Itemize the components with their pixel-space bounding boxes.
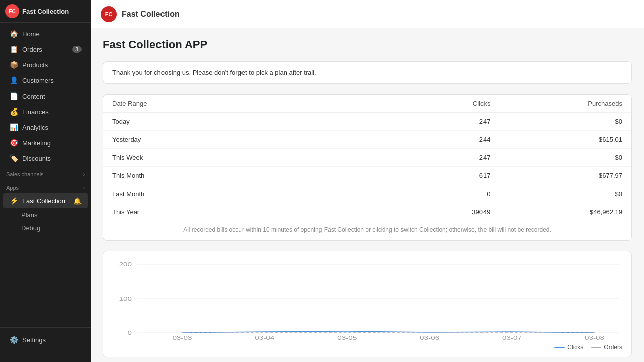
products-icon: 📦 — [9, 61, 18, 69]
app-logo: FC — [101, 6, 117, 22]
settings-icon: ⚙️ — [9, 336, 18, 344]
legend-clicks: Clicks — [554, 344, 583, 351]
sidebar-item-settings[interactable]: ⚙️ Settings — [3, 332, 88, 347]
orders-icon: 📋 — [9, 45, 18, 53]
orders-legend-label: Orders — [604, 344, 622, 351]
sidebar-subitem-debug[interactable]: Debug — [3, 222, 88, 234]
svg-text:0: 0 — [127, 330, 132, 336]
content-icon: 📄 — [9, 92, 18, 100]
cell-clicks: 247 — [367, 113, 500, 131]
table-row: Today 247 $0 — [103, 113, 631, 131]
svg-text:100: 100 — [119, 296, 131, 302]
col-header-clicks: Clicks — [367, 95, 500, 113]
sidebar: FC Fast Collection 🏠 Home 📋 Orders 3 📦 P… — [0, 0, 91, 362]
cell-purchased: $677.97 — [500, 167, 632, 185]
cell-clicks: 244 — [367, 131, 500, 149]
chart-card: 200 100 0 03-03 03-04 03-05 03-06 03-07 … — [103, 251, 632, 357]
legend-orders: Orders — [591, 344, 622, 351]
svg-text:03-06: 03-06 — [420, 335, 439, 340]
cell-purchased: $46,962.19 — [500, 203, 632, 221]
analytics-icon: 📊 — [9, 123, 18, 131]
cell-date: This Year — [103, 203, 367, 221]
col-header-purchased: Purchaseds — [500, 95, 632, 113]
sidebar-footer: ⚙️ Settings — [0, 327, 91, 352]
sidebar-item-marketing[interactable]: 🎯 Marketing — [3, 135, 88, 150]
col-header-date: Date Range — [103, 95, 367, 113]
cell-purchased: $615.01 — [500, 131, 632, 149]
clicks-legend-label: Clicks — [567, 344, 583, 351]
sidebar-item-customers[interactable]: 👤 Customers — [3, 73, 88, 88]
notice-card: Thank you for choosing us. Please don't … — [103, 61, 632, 84]
sidebar-item-discounts[interactable]: 🏷️ Discounts — [3, 151, 88, 166]
svg-text:03-03: 03-03 — [172, 335, 192, 340]
marketing-icon: 🎯 — [9, 139, 18, 147]
badge-orders: 3 — [72, 46, 82, 53]
table-row: Yesterday 244 $615.01 — [103, 131, 631, 149]
main-content: FC Fast Collection Fast Collection APP T… — [91, 0, 644, 362]
stats-table: Date Range Clicks Purchaseds Today 247 $… — [103, 95, 631, 221]
fast-collection-icon: ⚡ — [9, 197, 18, 205]
table-note: All recorded bills occur within 10 minut… — [103, 221, 631, 240]
table-row: Last Month 0 $0 — [103, 185, 631, 203]
svg-text:03-04: 03-04 — [255, 335, 274, 340]
sidebar-item-finances[interactable]: 💰 Finances — [3, 104, 88, 119]
topbar-title: Fast Collection — [122, 10, 180, 19]
cell-clicks: 617 — [367, 167, 500, 185]
sidebar-item-fast-collection[interactable]: ⚡ Fast Collection 🔔 — [3, 193, 88, 208]
sidebar-label-home: Home — [22, 30, 40, 38]
cell-date: Yesterday — [103, 131, 367, 149]
apps-section[interactable]: Apps › — [0, 179, 91, 193]
cell-clicks: 0 — [367, 185, 500, 203]
svg-text:200: 200 — [119, 261, 131, 267]
sidebar-label-content: Content — [22, 93, 45, 100]
sidebar-item-orders[interactable]: 📋 Orders 3 — [3, 42, 88, 57]
orders-legend-line — [591, 347, 601, 348]
cell-clicks: 247 — [367, 149, 500, 167]
svg-text:03-07: 03-07 — [502, 335, 522, 340]
discounts-icon: 🏷️ — [9, 154, 18, 162]
sidebar-label-orders: Orders — [22, 46, 42, 53]
sidebar-item-home[interactable]: 🏠 Home — [3, 26, 88, 41]
cell-purchased: $0 — [500, 185, 632, 203]
svg-text:03-05: 03-05 — [337, 335, 357, 340]
sidebar-label-products: Products — [22, 61, 48, 69]
sidebar-label-analytics: Analytics — [22, 124, 48, 131]
sidebar-label-customers: Customers — [22, 77, 54, 84]
cell-date: This Month — [103, 167, 367, 185]
sidebar-item-analytics[interactable]: 📊 Analytics — [3, 120, 88, 135]
cell-purchased: $0 — [500, 149, 632, 167]
cell-clicks: 39049 — [367, 203, 500, 221]
svg-text:03-08: 03-08 — [585, 335, 604, 340]
cell-purchased: $0 — [500, 113, 632, 131]
cell-date: This Week — [103, 149, 367, 167]
cell-date: Last Month — [103, 185, 367, 203]
page-title: Fast Collection APP — [103, 38, 632, 51]
sidebar-item-products[interactable]: 📦 Products — [3, 57, 88, 72]
store-icon: FC — [5, 4, 19, 18]
customers-icon: 👤 — [9, 76, 18, 84]
cell-date: Today — [103, 113, 367, 131]
chevron-right-icon: › — [83, 172, 85, 177]
sales-channels-section[interactable]: Sales channels › — [0, 166, 91, 179]
sidebar-subitem-plans[interactable]: Plans — [3, 209, 88, 221]
sidebar-label-discounts: Discounts — [22, 155, 51, 162]
sidebar-label-finances: Finances — [22, 108, 49, 116]
table-row: This Month 617 $677.97 — [103, 167, 631, 185]
chart-area: 200 100 0 03-03 03-04 03-05 03-06 03-07 … — [112, 259, 622, 340]
table-row: This Week 247 $0 — [103, 149, 631, 167]
chart-svg: 200 100 0 03-03 03-04 03-05 03-06 03-07 … — [112, 259, 622, 340]
sidebar-nav: 🏠 Home 📋 Orders 3 📦 Products 👤 Customers… — [0, 23, 91, 327]
notice-text: Thank you for choosing us. Please don't … — [103, 62, 631, 83]
chart-legend: Clicks Orders — [112, 344, 622, 351]
bell-icon: 🔔 — [73, 197, 82, 205]
finances-icon: 💰 — [9, 108, 18, 116]
table-row: This Year 39049 $46,962.19 — [103, 203, 631, 221]
chevron-right-icon: › — [83, 185, 85, 191]
store-name: Fast Collection — [22, 8, 69, 15]
sidebar-item-content[interactable]: 📄 Content — [3, 88, 88, 104]
stats-card: Date Range Clicks Purchaseds Today 247 $… — [103, 94, 632, 241]
topbar: FC Fast Collection — [91, 0, 644, 28]
home-icon: 🏠 — [9, 30, 18, 38]
clicks-legend-line — [554, 347, 565, 348]
sidebar-header: FC Fast Collection — [0, 0, 91, 23]
